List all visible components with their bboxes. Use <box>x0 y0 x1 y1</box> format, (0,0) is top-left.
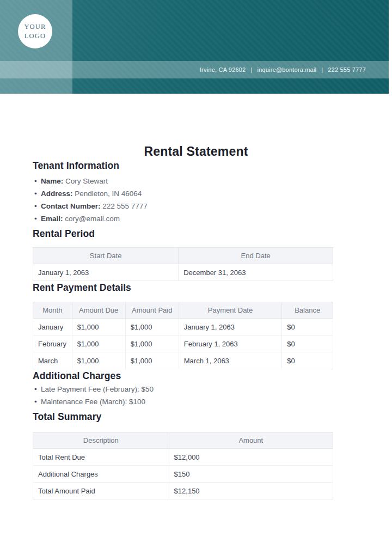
column-header: Balance <box>282 302 333 319</box>
table-cell: Total Amount Paid <box>33 483 169 499</box>
table-cell: $1,000 <box>72 319 125 336</box>
page-title: Rental Statement <box>0 144 392 159</box>
list-item: Contact Number: 222 555 7777 <box>34 202 333 210</box>
document-header-banner: Irvine, CA 92602 | inquire@bontora.mail … <box>0 0 389 94</box>
table-cell: $1,000 <box>125 352 179 369</box>
rent-payment-details-heading: Rent Payment Details <box>33 281 333 294</box>
item-value: cory@email.com <box>65 215 120 223</box>
column-header: Payment Date <box>179 302 282 319</box>
column-header: Amount Paid <box>125 302 179 319</box>
list-item: Email: cory@email.com <box>34 215 333 223</box>
section-tenant-information: Tenant Information Name: Cory Stewart Ad… <box>33 159 333 223</box>
list-item: Name: Cory Stewart <box>34 177 333 185</box>
column-header: Start Date <box>33 248 179 264</box>
item-value: Cory Stewart <box>65 177 108 185</box>
table-row: January 1, 2063 December 31, 2063 <box>33 264 333 281</box>
section-total-summary: Total Summary Description Amount Total R… <box>33 410 333 499</box>
table-cell: $12,150 <box>169 483 333 499</box>
table-cell: $1,000 <box>125 336 179 352</box>
table-row: January $1,000 $1,000 January 1, 2063 $0 <box>33 319 333 336</box>
item-label: Address: <box>41 190 73 198</box>
table-header-row: Start Date End Date <box>33 248 333 264</box>
rental-period-table: Start Date End Date January 1, 2063 Dece… <box>33 247 333 281</box>
table-row: March $1,000 $1,000 March 1, 2063 $0 <box>33 352 333 369</box>
logo-text-line2: LOGO <box>24 32 46 41</box>
rent-payment-details-table: Month Amount Due Amount Paid Payment Dat… <box>33 302 333 369</box>
column-header: End Date <box>179 248 333 264</box>
list-item: Address: Pendleton, IN 46064 <box>34 190 333 198</box>
column-header: Amount <box>169 432 333 449</box>
table-row: Additional Charges $150 <box>33 466 333 483</box>
table-row: Total Amount Paid $12,150 <box>33 483 333 499</box>
table-header-row: Description Amount <box>33 432 333 449</box>
item-label: Contact Number: <box>41 202 101 210</box>
table-cell: $12,000 <box>169 449 333 466</box>
header-contact-strip: Irvine, CA 92602 | inquire@bontora.mail … <box>0 61 389 78</box>
table-cell: $1,000 <box>125 319 179 336</box>
item-label: Name: <box>41 177 63 185</box>
contact-separator: | <box>250 66 252 73</box>
list-item: Late Payment Fee (February): $50 <box>34 385 333 393</box>
table-cell: $150 <box>169 466 333 483</box>
table-cell: $0 <box>282 319 333 336</box>
table-header-row: Month Amount Due Amount Paid Payment Dat… <box>33 302 333 319</box>
table-cell: $0 <box>282 352 333 369</box>
item-value: Pendleton, IN 46064 <box>75 190 142 198</box>
table-cell: December 31, 2063 <box>179 264 333 281</box>
contact-separator: | <box>321 66 323 73</box>
additional-charges-list: Late Payment Fee (February): $50 Mainten… <box>34 385 333 406</box>
table-row: February $1,000 $1,000 February 1, 2063 … <box>33 336 333 352</box>
column-header: Description <box>33 432 169 449</box>
table-cell: March <box>33 352 72 369</box>
section-rental-period: Rental Period Start Date End Date Januar… <box>33 227 333 281</box>
section-additional-charges: Additional Charges Late Payment Fee (Feb… <box>33 369 333 406</box>
total-summary-table: Description Amount Total Rent Due $12,00… <box>33 432 333 499</box>
logo-text-line1: YOUR <box>24 22 46 32</box>
section-rent-payment-details: Rent Payment Details Month Amount Due Am… <box>33 281 333 369</box>
item-label: Email: <box>41 215 63 223</box>
table-cell: January <box>33 319 72 336</box>
table-cell: $0 <box>282 336 333 352</box>
table-cell: $1,000 <box>72 336 125 352</box>
column-header: Amount Due <box>72 302 125 319</box>
table-cell: Total Rent Due <box>33 449 169 466</box>
item-value: 222 555 7777 <box>102 202 148 210</box>
company-logo: YOUR LOGO <box>18 14 52 48</box>
table-row: Total Rent Due $12,000 <box>33 449 333 466</box>
tenant-information-heading: Tenant Information <box>33 159 333 172</box>
table-cell: January 1, 2063 <box>179 319 282 336</box>
contact-location: Irvine, CA 92602 <box>200 66 246 73</box>
table-cell: March 1, 2063 <box>179 352 282 369</box>
list-item: Maintenance Fee (March): $100 <box>34 398 333 406</box>
table-cell: February 1, 2063 <box>179 336 282 352</box>
column-header: Month <box>33 302 72 319</box>
table-cell: January 1, 2063 <box>33 264 179 281</box>
tenant-information-list: Name: Cory Stewart Address: Pendleton, I… <box>34 177 333 223</box>
contact-phone: 222 555 7777 <box>328 66 366 73</box>
additional-charges-heading: Additional Charges <box>33 369 333 382</box>
rental-period-heading: Rental Period <box>33 227 333 240</box>
table-cell: $1,000 <box>72 352 125 369</box>
total-summary-heading: Total Summary <box>33 410 333 423</box>
table-cell: February <box>33 336 72 352</box>
contact-email: inquire@bontora.mail <box>258 66 317 73</box>
table-cell: Additional Charges <box>33 466 169 483</box>
